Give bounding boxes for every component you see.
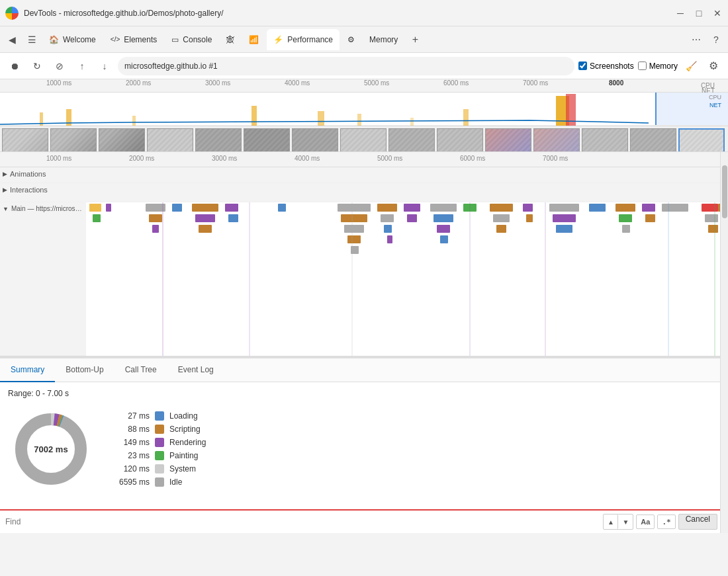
settings-icon: ⚙ <box>347 35 355 44</box>
tab-wifi[interactable]: 📶 <box>242 29 265 50</box>
screenshot-2[interactable] <box>99 128 145 153</box>
svg-rect-13 <box>172 204 182 212</box>
settings-button[interactable]: ⚙ <box>704 57 723 75</box>
tab-network[interactable]: 🕸 <box>220 29 241 50</box>
find-bar: ▲ ▼ Aa .* Cancel <box>0 509 720 533</box>
find-nav-group: ▲ ▼ <box>603 514 633 530</box>
svg-rect-17 <box>338 204 371 212</box>
screenshot-9[interactable] <box>437 128 483 153</box>
scrollbar-thumb[interactable] <box>722 165 727 218</box>
upload-button[interactable]: ↑ <box>73 57 91 75</box>
screenshot-7[interactable] <box>340 128 387 153</box>
legend-scripting: 88 ms Scripting <box>110 425 206 434</box>
screenshot-1[interactable] <box>50 128 97 153</box>
svg-rect-28 <box>662 204 688 212</box>
tab-summary[interactable]: Summary <box>0 358 55 382</box>
reload-record-button[interactable]: ↻ <box>28 57 46 75</box>
screenshots-strip <box>0 126 728 152</box>
svg-rect-14 <box>192 204 218 212</box>
minimize-button[interactable]: ─ <box>675 8 686 19</box>
screenshot-14[interactable] <box>678 128 725 153</box>
svg-rect-50 <box>496 225 506 233</box>
screenshot-11[interactable] <box>533 128 580 153</box>
tab-elements[interactable]: </> Elements <box>104 29 164 50</box>
find-next-button[interactable]: ▼ <box>618 514 633 529</box>
tab-welcome[interactable]: 🏠 Welcome <box>42 29 103 50</box>
svg-rect-53 <box>708 225 718 233</box>
screenshots-checkbox[interactable]: Screenshots <box>578 62 634 71</box>
svg-rect-56 <box>440 235 448 243</box>
screenshot-3[interactable] <box>147 128 193 153</box>
svg-rect-55 <box>387 235 392 243</box>
memory-checkbox[interactable]: Memory <box>638 62 678 71</box>
svg-rect-43 <box>645 214 655 222</box>
svg-rect-40 <box>526 214 533 222</box>
browser-icon <box>5 7 19 20</box>
screenshot-13[interactable] <box>630 128 676 153</box>
svg-rect-37 <box>407 214 417 222</box>
sidebar-toggle[interactable]: ☰ <box>23 30 41 49</box>
match-case-button[interactable]: Aa <box>636 514 655 529</box>
help-button[interactable]: ? <box>707 30 725 49</box>
svg-rect-15 <box>225 204 238 212</box>
clear-recording-button[interactable]: 🧹 <box>682 57 700 75</box>
svg-rect-54 <box>347 235 361 243</box>
svg-rect-39 <box>493 214 510 222</box>
maximize-button[interactable]: □ <box>694 8 704 19</box>
right-scrollbar[interactable] <box>720 152 728 533</box>
add-tab-button[interactable]: + <box>406 30 424 49</box>
tab-performance[interactable]: ⚡ Performance <box>267 29 340 50</box>
screenshot-0[interactable] <box>2 128 48 153</box>
tab-console[interactable]: ▭ Console <box>165 29 218 50</box>
tab-bottom-up[interactable]: Bottom-Up <box>55 358 114 382</box>
svg-rect-49 <box>437 225 450 233</box>
back-button[interactable]: ◀ <box>3 30 21 49</box>
main-timeline-ruler: 1000 ms 2000 ms 3000 ms 4000 ms 5000 ms … <box>0 152 720 167</box>
svg-rect-46 <box>199 225 212 233</box>
animations-track: ▶ Animations <box>0 167 720 183</box>
interactions-label: ▶ Interactions <box>0 183 86 196</box>
flame-chart[interactable] <box>86 202 720 357</box>
svg-rect-24 <box>549 204 579 212</box>
cpu-net-chart[interactable]: CPU NET <box>0 93 728 126</box>
legend-painting: 23 ms Painting <box>110 451 206 460</box>
screenshot-8[interactable] <box>388 128 435 153</box>
screenshot-4[interactable] <box>195 128 242 153</box>
record-button[interactable]: ⏺ <box>5 57 24 75</box>
find-input[interactable] <box>3 514 600 530</box>
url-display: microsoftedge.github.io #1 <box>118 57 574 75</box>
download-button[interactable]: ↓ <box>95 57 114 75</box>
legend-loading: 27 ms Loading <box>110 411 206 421</box>
svg-rect-33 <box>195 214 215 222</box>
system-swatch <box>155 464 164 473</box>
svg-rect-52 <box>622 225 630 233</box>
find-prev-button[interactable]: ▲ <box>604 514 618 529</box>
timeline-overview: 1000 ms 2000 ms 3000 ms 4000 ms 5000 ms … <box>0 79 728 152</box>
more-tabs-button[interactable]: ⋯ <box>687 30 705 49</box>
svg-rect-51 <box>556 225 572 233</box>
legend-system: 120 ms System <box>110 464 206 473</box>
screenshot-12[interactable] <box>582 128 628 153</box>
tab-memory[interactable]: Memory <box>363 29 404 50</box>
screenshot-10[interactable] <box>485 128 531 153</box>
svg-rect-3 <box>251 106 257 126</box>
svg-rect-7 <box>463 109 469 126</box>
svg-rect-11 <box>106 204 111 212</box>
svg-rect-23 <box>523 204 533 212</box>
regex-button[interactable]: .* <box>657 514 675 529</box>
find-cancel-button[interactable]: Cancel <box>678 514 717 530</box>
close-button[interactable]: ✕ <box>712 8 723 19</box>
console-icon: ▭ <box>171 35 179 44</box>
tab-call-tree[interactable]: Call Tree <box>114 358 167 382</box>
screenshot-6[interactable] <box>292 128 338 153</box>
rendering-swatch <box>155 438 164 447</box>
svg-rect-35 <box>341 214 367 222</box>
overview-ruler: 1000 ms 2000 ms 3000 ms 4000 ms 5000 ms … <box>0 79 728 93</box>
clear-button[interactable]: ⊘ <box>50 57 69 75</box>
elements-icon: </> <box>111 36 120 43</box>
tab-gear[interactable]: ⚙ <box>341 29 361 50</box>
screenshot-5[interactable] <box>244 128 290 153</box>
tab-event-log[interactable]: Event Log <box>167 358 224 382</box>
svg-rect-44 <box>705 214 718 222</box>
browser-tabbar: ◀ ☰ 🏠 Welcome </> Elements ▭ Console 🕸 📶… <box>0 26 728 53</box>
